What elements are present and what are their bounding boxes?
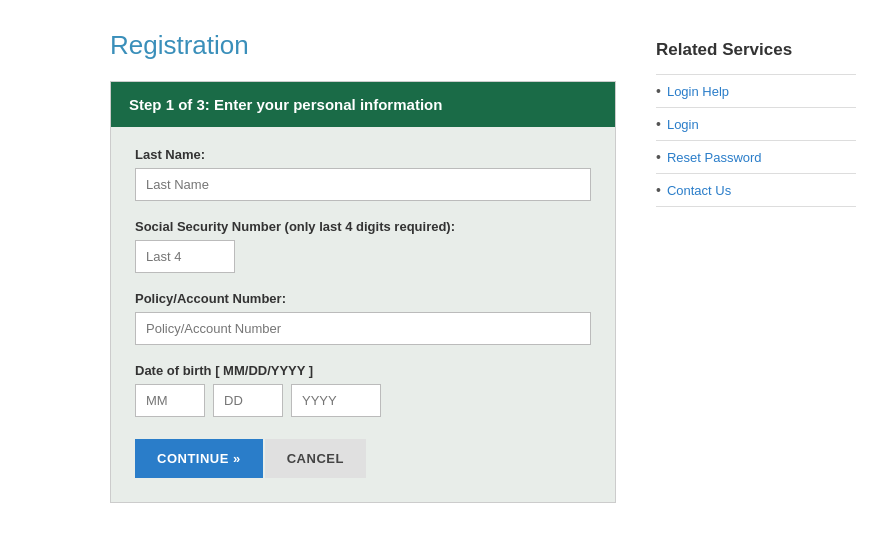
sidebar-item-reset-password: • Reset Password [656, 141, 856, 174]
sidebar-title: Related Services [656, 40, 856, 60]
main-content: Registration Step 1 of 3: Enter your per… [110, 30, 616, 518]
bullet-icon: • [656, 182, 661, 198]
sidebar-item-login-help: • Login Help [656, 74, 856, 108]
dob-year-input[interactable] [291, 384, 381, 417]
contact-us-link[interactable]: Contact Us [667, 183, 731, 198]
cancel-button[interactable]: CANCEL [265, 439, 366, 478]
policy-input[interactable] [135, 312, 591, 345]
dob-label: Date of birth [ MM/DD/YYYY ] [135, 363, 591, 378]
last-name-group: Last Name: [135, 147, 591, 201]
login-link[interactable]: Login [667, 117, 699, 132]
reset-password-link[interactable]: Reset Password [667, 150, 762, 165]
dob-day-input[interactable] [213, 384, 283, 417]
sidebar-links-list: • Login Help • Login • Reset Password • … [656, 74, 856, 207]
last-name-input[interactable] [135, 168, 591, 201]
button-row: CONTINUE » CANCEL [135, 439, 591, 478]
last-name-label: Last Name: [135, 147, 591, 162]
registration-form-card: Step 1 of 3: Enter your personal informa… [110, 81, 616, 503]
ssn-input[interactable] [135, 240, 235, 273]
continue-button[interactable]: CONTINUE » [135, 439, 263, 478]
policy-label: Policy/Account Number: [135, 291, 591, 306]
ssn-group: Social Security Number (only last 4 digi… [135, 219, 591, 273]
bullet-icon: • [656, 116, 661, 132]
form-step-header: Step 1 of 3: Enter your personal informa… [111, 82, 615, 127]
ssn-input-wrapper [135, 240, 591, 273]
dob-row [135, 384, 591, 417]
bullet-icon: • [656, 83, 661, 99]
page-title: Registration [110, 30, 616, 61]
dob-group: Date of birth [ MM/DD/YYYY ] [135, 363, 591, 417]
ssn-label: Social Security Number (only last 4 digi… [135, 219, 591, 234]
policy-group: Policy/Account Number: [135, 291, 591, 345]
login-help-link[interactable]: Login Help [667, 84, 729, 99]
bullet-icon: • [656, 149, 661, 165]
sidebar-item-contact-us: • Contact Us [656, 174, 856, 207]
sidebar-item-login: • Login [656, 108, 856, 141]
dob-month-input[interactable] [135, 384, 205, 417]
sidebar: Related Services • Login Help • Login • … [656, 30, 856, 518]
form-body: Last Name: Social Security Number (only … [111, 127, 615, 502]
